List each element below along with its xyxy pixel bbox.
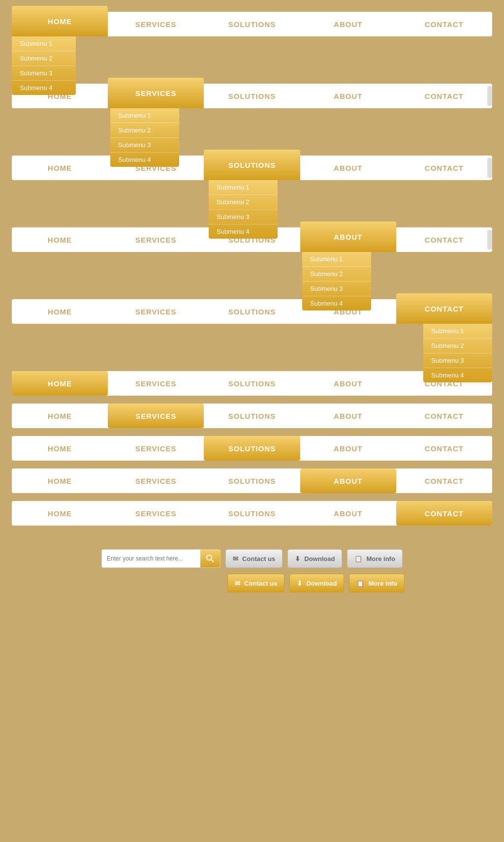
- nav-services-7[interactable]: SERVICES: [108, 404, 204, 428]
- nav-container-9: HOME SERVICES SOLUTIONS ABOUT CONTACT: [6, 468, 498, 493]
- submenu-1-2[interactable]: Submenu 2: [12, 51, 76, 66]
- nav-contact-8[interactable]: CONTACT: [396, 436, 492, 461]
- nav-home-7[interactable]: HOME: [12, 404, 108, 428]
- nav-services-6[interactable]: SERVICES: [108, 371, 204, 396]
- nav-bar-8: HOME SERVICES SOLUTIONS ABOUT CONTACT: [12, 436, 492, 461]
- nav-bar-3: HOME SERVICES SOLUTIONS ABOUT CONTACT: [12, 156, 492, 180]
- nav-solutions-10[interactable]: SOLUTIONS: [204, 501, 300, 526]
- nav-services-9[interactable]: SERVICES: [108, 468, 204, 493]
- search-bar: [101, 549, 220, 568]
- dropdown-contact-5: Submenu 1 Submenu 2 Submenu 3 Submenu 4: [423, 324, 492, 382]
- nav-home-1[interactable]: HOME: [12, 6, 108, 36]
- nav-services-5[interactable]: SERVICES: [108, 299, 204, 324]
- submenu-4-4[interactable]: Submenu 4: [302, 296, 371, 311]
- nav-about-6[interactable]: ABOUT: [300, 371, 396, 396]
- dropdown-home-1: Submenu 1 Submenu 2 Submenu 3 Submenu 4: [12, 36, 76, 95]
- spacer-4: [0, 256, 504, 295]
- nav-services-8[interactable]: SERVICES: [108, 436, 204, 461]
- nav-services-4[interactable]: SERVICES: [108, 227, 204, 252]
- submenu-3-3[interactable]: Submenu 3: [209, 210, 278, 224]
- submenu-1-4[interactable]: Submenu 4: [12, 81, 76, 95]
- search-icon: [206, 554, 215, 563]
- nav-solutions-7[interactable]: SOLUTIONS: [204, 404, 300, 428]
- contact-us-button-gray[interactable]: ✉ Contact us: [225, 549, 283, 568]
- nav-about-3[interactable]: ABOUT: [300, 156, 396, 180]
- nav-about-4[interactable]: ABOUT: [300, 221, 396, 252]
- nav-home-9[interactable]: HOME: [12, 468, 108, 493]
- nav-contact-7[interactable]: CONTACT: [396, 404, 492, 428]
- nav-about-8[interactable]: ABOUT: [300, 436, 396, 461]
- controls-row-2: ✉ Contact us ⬇ Download 📋 More info: [99, 574, 405, 593]
- nav-solutions-2[interactable]: SOLUTIONS: [204, 84, 300, 108]
- dropdown-services-2: Submenu 1 Submenu 2 Submenu 3 Submenu 4: [110, 108, 179, 167]
- dropdown-about-4: Submenu 1 Submenu 2 Submenu 3 Submenu 4: [302, 252, 371, 311]
- nav-solutions-5[interactable]: SOLUTIONS: [204, 299, 300, 324]
- submenu-3-4[interactable]: Submenu 4: [209, 224, 278, 239]
- nav-bar-6: HOME SERVICES SOLUTIONS ABOUT CONTACT: [12, 371, 492, 396]
- nav-bar-9: HOME SERVICES SOLUTIONS ABOUT CONTACT: [12, 468, 492, 493]
- nav-about-2[interactable]: ABOUT: [300, 84, 396, 108]
- nav-contact-2[interactable]: CONTACT: [396, 84, 492, 108]
- nav-home-10[interactable]: HOME: [12, 501, 108, 526]
- submenu-3-1[interactable]: Submenu 1: [209, 180, 278, 195]
- nav-bar-10: HOME SERVICES SOLUTIONS ABOUT CONTACT: [12, 501, 492, 526]
- submenu-5-2[interactable]: Submenu 2: [423, 339, 492, 353]
- scrollbar-2[interactable]: [487, 86, 492, 106]
- more-info-button-gray[interactable]: 📋 More info: [347, 549, 403, 568]
- nav-home-4[interactable]: HOME: [12, 227, 108, 252]
- nav-home-5[interactable]: HOME: [12, 299, 108, 324]
- nav-solutions-8[interactable]: SOLUTIONS: [204, 436, 300, 461]
- submenu-1-3[interactable]: Submenu 3: [12, 66, 76, 81]
- nav-about-9[interactable]: ABOUT: [300, 468, 396, 493]
- nav-solutions-1[interactable]: SOLUTIONS: [204, 12, 300, 36]
- nav-services-1[interactable]: SERVICES: [108, 12, 204, 36]
- nav-contact-1[interactable]: CONTACT: [396, 12, 492, 36]
- nav-services-10[interactable]: SERVICES: [108, 501, 204, 526]
- nav-home-6[interactable]: HOME: [12, 371, 108, 396]
- submenu-1-1[interactable]: Submenu 1: [12, 36, 76, 51]
- download-button-gold[interactable]: ⬇ Download: [289, 574, 344, 593]
- nav-contact-5[interactable]: CONTACT: [396, 293, 492, 324]
- nav-home-3[interactable]: HOME: [12, 156, 108, 180]
- nav-contact-10[interactable]: CONTACT: [396, 501, 492, 526]
- nav-container-5: HOME SERVICES SOLUTIONS ABOUT CONTACT Su…: [6, 299, 498, 324]
- nav-about-7[interactable]: ABOUT: [300, 404, 396, 428]
- submenu-2-4[interactable]: Submenu 4: [110, 153, 179, 167]
- submenu-5-1[interactable]: Submenu 1: [423, 324, 492, 339]
- section-contact-dropdown: HOME SERVICES SOLUTIONS ABOUT CONTACT Su…: [0, 295, 504, 328]
- nav-container-7: HOME SERVICES SOLUTIONS ABOUT CONTACT: [6, 404, 498, 428]
- submenu-4-3[interactable]: Submenu 3: [302, 281, 371, 296]
- scrollbar-3[interactable]: [487, 158, 492, 178]
- nav-about-10[interactable]: ABOUT: [300, 501, 396, 526]
- search-button[interactable]: [200, 549, 220, 568]
- contact-us-button-gold[interactable]: ✉ Contact us: [227, 574, 284, 593]
- submenu-5-3[interactable]: Submenu 3: [423, 353, 492, 368]
- section-services-selected: HOME SERVICES SOLUTIONS ABOUT CONTACT: [0, 400, 504, 432]
- submenu-2-3[interactable]: Submenu 3: [110, 138, 179, 153]
- nav-container-3: HOME SERVICES SOLUTIONS ABOUT CONTACT Su…: [6, 156, 498, 180]
- submenu-5-4[interactable]: Submenu 4: [423, 368, 492, 382]
- nav-solutions-3[interactable]: SOLUTIONS: [204, 150, 300, 180]
- nav-solutions-9[interactable]: SOLUTIONS: [204, 468, 300, 493]
- submenu-2-1[interactable]: Submenu 1: [110, 108, 179, 123]
- nav-services-2[interactable]: SERVICES: [108, 78, 204, 108]
- info-icon-gold: 📋: [356, 580, 364, 587]
- download-icon-gold: ⬇: [297, 580, 302, 587]
- nav-contact-3[interactable]: CONTACT: [396, 156, 492, 180]
- submenu-3-2[interactable]: Submenu 2: [209, 195, 278, 210]
- dropdown-solutions-3: Submenu 1 Submenu 2 Submenu 3 Submenu 4: [209, 180, 278, 239]
- submenu-4-2[interactable]: Submenu 2: [302, 267, 371, 281]
- nav-home-8[interactable]: HOME: [12, 436, 108, 461]
- nav-about-1[interactable]: ABOUT: [300, 12, 396, 36]
- more-info-button-gold[interactable]: 📋 More info: [349, 574, 405, 593]
- search-input[interactable]: [102, 555, 200, 562]
- nav-contact-4[interactable]: CONTACT: [396, 227, 492, 252]
- download-button-gray[interactable]: ⬇ Download: [287, 549, 342, 568]
- nav-container-10: HOME SERVICES SOLUTIONS ABOUT CONTACT: [6, 501, 498, 526]
- nav-contact-9[interactable]: CONTACT: [396, 468, 492, 493]
- submenu-2-2[interactable]: Submenu 2: [110, 123, 179, 138]
- submenu-4-1[interactable]: Submenu 1: [302, 252, 371, 267]
- scrollbar-4[interactable]: [487, 230, 492, 249]
- section-solutions-dropdown: HOME SERVICES SOLUTIONS ABOUT CONTACT Su…: [0, 152, 504, 184]
- nav-solutions-6[interactable]: SOLUTIONS: [204, 371, 300, 396]
